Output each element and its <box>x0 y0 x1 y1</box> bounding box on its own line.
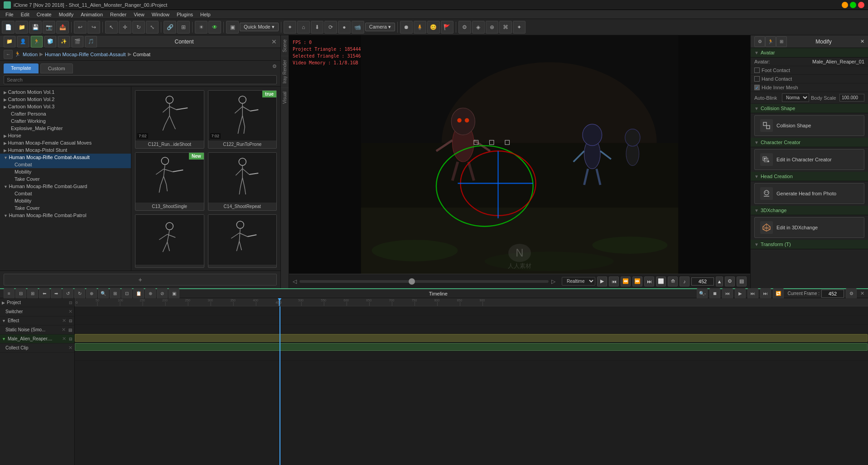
tree-item-cartoon3[interactable]: Cartoon Motion Vol.3 <box>0 103 131 110</box>
effect-close[interactable]: ✕ <box>62 318 66 324</box>
house-button[interactable]: ⌂ <box>297 21 310 34</box>
switcher-close[interactable]: ✕ <box>68 309 72 315</box>
tree-item-rifle-assault[interactable]: Human Mocap-Rifle Combat-Assault <box>0 154 131 161</box>
tree-item-horse[interactable]: Horse <box>0 132 131 139</box>
grid-item-3[interactable]: C14_ShootRepeat <box>208 152 277 211</box>
content-prop-btn[interactable]: 🧊 <box>44 36 56 48</box>
modify-icon3[interactable]: ⊞ <box>776 36 787 47</box>
env-button[interactable]: ✦ <box>284 21 296 34</box>
move-button[interactable]: ✛ <box>119 21 131 34</box>
iray-tab[interactable]: Iray Render <box>281 56 289 87</box>
light-button[interactable]: ☀ <box>195 21 207 34</box>
grid-item-0[interactable]: 7:02 C121_RunToKneltSlideShoot C121_Run.… <box>135 90 204 149</box>
extra2[interactable]: ◈ <box>472 21 485 34</box>
down-arrow-btn[interactable]: ⬇ <box>311 21 323 34</box>
alien-expand[interactable]: ▼ <box>2 337 6 341</box>
menu-window[interactable]: Window <box>148 12 173 17</box>
menu-animation[interactable]: Animation <box>77 12 106 17</box>
tree-item-crafter-persona[interactable]: Crafter Persona <box>0 110 131 117</box>
redo-button[interactable]: ↪ <box>87 21 100 34</box>
project-collapse[interactable]: ▶ <box>2 300 5 305</box>
breadcrumb-motion[interactable]: Motion <box>23 52 38 57</box>
tree-item-explosive[interactable]: Explosive_Male Fighter <box>0 125 131 132</box>
edit-in-cc-button[interactable]: Edit in Character Creator <box>754 149 864 170</box>
static-noise-clip[interactable] <box>75 334 868 342</box>
add-content-button[interactable]: + <box>4 274 277 286</box>
frame-extra[interactable]: ▤ <box>737 276 747 286</box>
grid-button[interactable]: ⊞ <box>177 21 190 34</box>
transform-section-header[interactable]: ▼ Transform (T) <box>751 240 868 249</box>
content-actor-btn[interactable]: 👤 <box>17 36 29 48</box>
tl-btn-8[interactable]: ⊕ <box>86 288 97 299</box>
tl-btn-15[interactable]: ▣ <box>169 288 179 299</box>
refresh-btn[interactable]: ⟳ <box>324 21 337 34</box>
3dx-section-header[interactable]: ▼ 3DXchange <box>751 206 868 215</box>
tree-item-mobility-assault[interactable]: Mobility <box>0 168 131 175</box>
camera-btn[interactable]: 📹 <box>352 21 364 34</box>
extra1[interactable]: ⚙ <box>458 21 471 34</box>
grid-item-4[interactable] <box>135 214 204 268</box>
actor-btn[interactable]: 🧍 <box>414 21 426 34</box>
snap-button[interactable]: 🔗 <box>164 21 176 34</box>
to-end-button[interactable]: ⏭ <box>644 276 654 286</box>
menu-help[interactable]: Help <box>197 12 214 17</box>
tl-btn-9[interactable]: 🔍 <box>98 288 109 299</box>
breadcrumb-back[interactable]: ← <box>4 50 13 59</box>
body-scale-input[interactable] <box>839 94 864 102</box>
scene-tab[interactable]: Scene <box>281 35 289 56</box>
playback-start-icon[interactable]: ◁ <box>293 278 297 285</box>
tl-btn-3[interactable]: ⊞ <box>27 288 38 299</box>
menu-view[interactable]: View <box>130 12 148 17</box>
tl-btn-6[interactable]: ↺ <box>63 288 73 299</box>
tree-item-female[interactable]: Human Mocap-Female Casual Moves <box>0 139 131 146</box>
auto-blink-select[interactable]: Norma <box>782 93 809 102</box>
tl-btn-12[interactable]: 📋 <box>133 288 144 299</box>
tl-end[interactable]: ⏭ <box>760 288 771 299</box>
grid-item-2[interactable]: New C13_ShootSingle <box>135 152 204 211</box>
quick-mode-select[interactable]: Quick Mode ▾ <box>240 23 279 31</box>
frame-up[interactable]: ▲ <box>716 276 723 286</box>
extra3[interactable]: ⊕ <box>486 21 498 34</box>
tree-item-cartoon2[interactable]: Cartoon Motion Vol.2 <box>0 96 131 103</box>
timeline-frame-input[interactable] <box>821 290 844 298</box>
audio-button[interactable]: ♪ <box>680 276 690 286</box>
tree-item-combat-assault[interactable]: Combat <box>0 161 131 168</box>
realtime-select[interactable]: Realtime <box>562 277 595 286</box>
menu-file[interactable]: File <box>2 12 17 17</box>
tree-item-cartoon1[interactable]: Cartoon Motion Vol.1 <box>0 88 131 96</box>
tree-item-crafter-working[interactable]: Crafter Working <box>0 117 131 125</box>
record-btn[interactable]: ⏺ <box>400 21 413 34</box>
effect-collapse[interactable]: ▼ <box>2 319 6 323</box>
scrubber-handle[interactable] <box>409 278 415 285</box>
menu-edit[interactable]: Edit <box>17 12 33 17</box>
tl-btn-7[interactable]: ↻ <box>74 288 85 299</box>
menu-modify[interactable]: Modify <box>55 12 77 17</box>
tree-item-rifle-patrol[interactable]: Human Mocap-Rifle Combat-Patrol <box>0 212 131 219</box>
timeline-close[interactable]: ✕ <box>860 291 864 296</box>
tl-btn-14[interactable]: ⊘ <box>157 288 168 299</box>
content-close-btn[interactable]: ✕ <box>271 38 277 45</box>
window-controls[interactable] <box>842 2 864 8</box>
close-button[interactable] <box>858 2 864 8</box>
tl-zoom-out[interactable]: 🔍- <box>697 288 708 299</box>
next-frame-button[interactable]: ⏩ <box>632 276 642 286</box>
scale-button[interactable]: ⤡ <box>146 21 159 34</box>
tl-loop[interactable]: 🔁 <box>773 288 784 299</box>
grid-item-1[interactable]: true 7:02 C122_RunToProne <box>208 90 277 149</box>
effect-fold[interactable]: ⊟ <box>69 319 72 323</box>
collect-close[interactable]: ✕ <box>68 345 72 351</box>
tab-template[interactable]: Template <box>4 63 39 73</box>
flag-btn[interactable]: 🚩 <box>441 21 453 34</box>
tl-btn-5[interactable]: ➡ <box>51 288 62 299</box>
tl-settings[interactable]: ⚙ <box>846 288 857 299</box>
alien-clip[interactable] <box>75 343 868 351</box>
modify-icon2[interactable]: 🏃 <box>765 36 776 47</box>
screenshot-button[interactable]: 📷 <box>43 21 55 34</box>
content-fx-btn[interactable]: ✨ <box>58 36 70 48</box>
loop-button[interactable]: ⬜ <box>656 276 666 286</box>
tl-play[interactable]: ▶ <box>735 288 746 299</box>
static-close[interactable]: ✕ <box>62 327 66 333</box>
modify-icon1[interactable]: ⚙ <box>754 36 765 47</box>
to-start-button[interactable]: ⏮ <box>609 276 619 286</box>
extra4[interactable]: ⌘ <box>499 21 512 34</box>
